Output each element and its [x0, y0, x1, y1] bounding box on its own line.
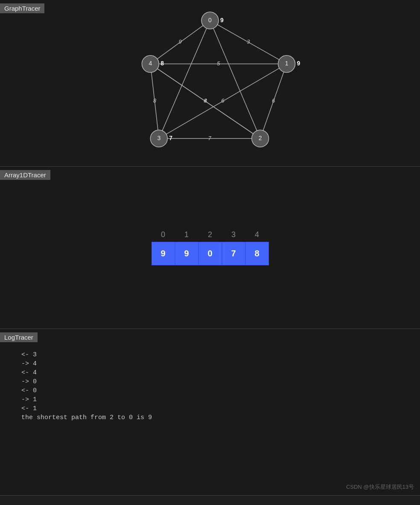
- log-line: -> 0: [0, 377, 420, 386]
- svg-text:0: 0: [208, 17, 212, 23]
- array-index: 0: [152, 230, 175, 239]
- svg-line-19: [159, 21, 210, 138]
- log-lines-container: <- 3-> 4<- 4-> 0<- 0-> 1<- 1the shortest…: [0, 350, 420, 422]
- array-index: 4: [245, 230, 269, 239]
- svg-text:5: 5: [217, 60, 220, 67]
- array-tracer-label: Array1DTracer: [0, 170, 50, 180]
- svg-text:2: 2: [259, 135, 262, 141]
- svg-line-18: [210, 21, 260, 138]
- svg-text:1: 1: [285, 60, 289, 67]
- svg-text:3: 3: [247, 38, 250, 45]
- array-cell: 9: [175, 242, 198, 265]
- svg-text:6: 6: [272, 97, 275, 104]
- graph-canvas: 396657884091923748: [0, 0, 420, 166]
- array-cells: 99078: [152, 242, 269, 265]
- array-cell: 7: [222, 242, 245, 265]
- svg-text:4: 4: [204, 97, 207, 104]
- graph-tracer-label: GraphTracer: [0, 3, 44, 13]
- array-cell: 8: [245, 242, 269, 265]
- svg-text:9: 9: [179, 38, 182, 45]
- array-cell: 9: [152, 242, 175, 265]
- svg-text:4: 4: [149, 60, 152, 67]
- log-line: the shortest path from 2 to 0 is 9: [0, 413, 420, 422]
- svg-text:8: 8: [153, 97, 157, 104]
- svg-text:9: 9: [297, 60, 300, 67]
- array-indices: 01234: [152, 230, 269, 239]
- array-index: 3: [222, 230, 245, 239]
- array-index: 2: [198, 230, 222, 239]
- log-line: <- 3: [0, 350, 420, 359]
- svg-text:7: 7: [208, 135, 211, 141]
- log-tracer-label: LogTracer: [0, 332, 38, 342]
- array-tracer-panel: Array1DTracer 01234 99078: [0, 167, 420, 329]
- log-tracer-panel: LogTracer <- 3-> 4<- 4-> 0<- 0-> 1<- 1th…: [0, 329, 420, 496]
- log-line: -> 4: [0, 359, 420, 368]
- log-line: -> 1: [0, 395, 420, 404]
- svg-text:8: 8: [160, 60, 164, 67]
- svg-text:6: 6: [221, 97, 225, 104]
- log-line: <- 0: [0, 386, 420, 395]
- svg-text:9: 9: [220, 17, 224, 23]
- svg-text:7: 7: [169, 135, 172, 141]
- log-line: <- 4: [0, 368, 420, 377]
- array-index: 1: [175, 230, 198, 239]
- svg-text:3: 3: [157, 135, 160, 141]
- log-line: <- 1: [0, 404, 420, 413]
- watermark: CSDN @快乐星球居民13号: [346, 483, 414, 491]
- graph-tracer-panel: GraphTracer 396657884091923748: [0, 0, 420, 167]
- array-cell: 0: [198, 242, 222, 265]
